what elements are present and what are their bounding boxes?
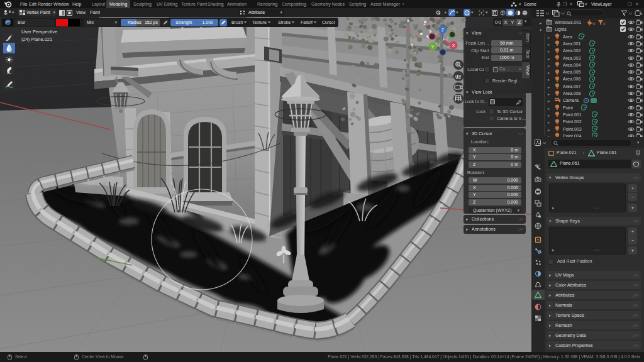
svg-text:X: X [452,43,455,48]
svg-text:6: 6 [593,22,596,26]
svg-text:Y: Y [431,45,435,49]
svg-text:Z: Z [441,28,445,32]
svg-text:19: 19 [602,22,606,26]
